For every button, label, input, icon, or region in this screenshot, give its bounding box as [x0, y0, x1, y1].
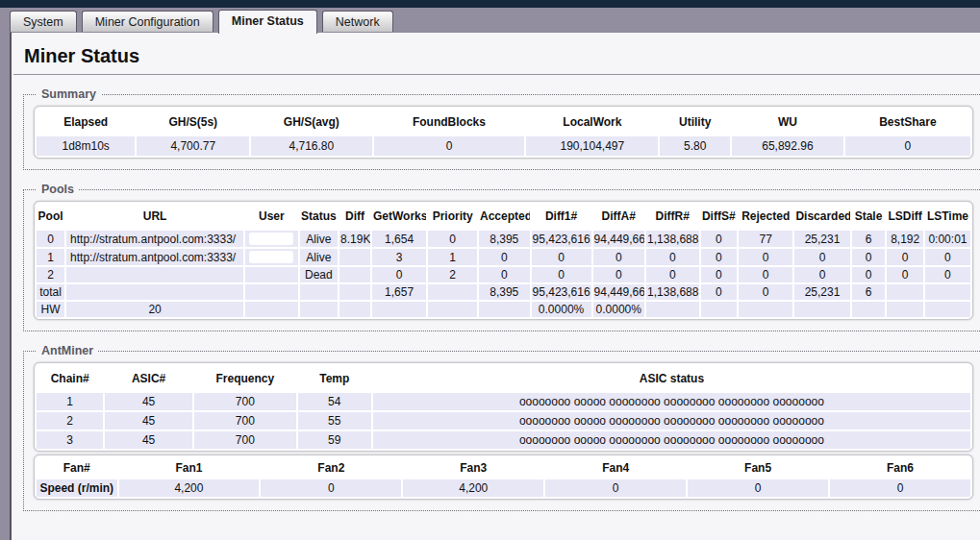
pool-lstime: 0:00:01 [925, 231, 970, 247]
pool-diffa: 0 [593, 267, 645, 282]
fan-speed: 0 [830, 479, 970, 497]
fans-table: Fan# Fan1 Fan2 Fan3 Fan4 Fan5 Fan6 Speed… [34, 454, 973, 500]
pool-diff1: 0 [532, 267, 591, 282]
fan-speed: 0 [545, 479, 686, 497]
column-header: Rejected [739, 204, 792, 229]
pool-diff1: 95,423,616 [532, 284, 591, 300]
column-header: ASIC# [105, 365, 192, 391]
column-header: LSDiff [887, 204, 923, 229]
pool-diff1: 0 [532, 249, 591, 265]
content-panel: Miner Status Summary Elapsed GH/S(5s) GH… [10, 32, 980, 540]
fans-header-row: Fan# Fan1 Fan2 Fan3 Fan4 Fan5 Fan6 [37, 457, 970, 478]
pool-lsdiff: 8,192 [887, 231, 923, 247]
pool-user [245, 302, 297, 317]
summary-legend: Summary [37, 87, 101, 101]
pool-getworks: 0 [372, 267, 426, 282]
column-header: Fan4 [545, 457, 686, 478]
pool-stale: 6 [852, 284, 886, 300]
antminer-legend: AntMiner [37, 344, 98, 357]
hw-error-rate: 0.0000% [532, 302, 591, 317]
column-header: Diff [339, 204, 370, 229]
pool-discarded: 25,231 [794, 284, 849, 300]
column-header: DiffS# [701, 204, 738, 229]
pool-discarded [794, 302, 849, 317]
pool-rejected: 0 [739, 267, 792, 282]
tab-network[interactable]: Network [322, 11, 393, 32]
pool-user [245, 267, 297, 282]
redacted-user-box [249, 251, 293, 263]
summary-table: Elapsed GH/S(5s) GH/S(avg) FoundBlocks L… [34, 106, 973, 159]
column-header: Fan2 [261, 457, 401, 478]
pool-id: total [37, 284, 64, 300]
column-header: Status [300, 204, 338, 229]
pool-getworks: 1,657 [372, 284, 426, 300]
page-title: Miner Status [24, 45, 980, 67]
column-header: Fan3 [403, 457, 543, 478]
pool-lsdiff: 0 [887, 249, 923, 265]
chain-asic-status: oooooooo ooooo oooooooo oooooooo ooooooo… [373, 412, 970, 430]
pool-diffr [646, 302, 698, 317]
pool-id: 1 [37, 249, 64, 265]
pool-priority [428, 302, 477, 317]
fan-speed-row: Speed (r/min) 4,200 0 4,200 0 0 0 [37, 479, 970, 497]
chain-row: 3 45 700 59 oooooooo ooooo oooooooo oooo… [37, 431, 970, 449]
pool-lstime: 0 [925, 267, 970, 282]
pool-priority [428, 284, 477, 300]
pool-diff [339, 302, 370, 317]
column-header: Diff1# [532, 204, 591, 229]
tab-miner-status[interactable]: Miner Status [218, 10, 317, 34]
fan-speed: 0 [688, 479, 828, 497]
summary-ghs-avg: 4,716.80 [251, 136, 371, 156]
redacted-user-box [249, 233, 293, 245]
column-header: LocalWork [526, 109, 658, 135]
column-header: GetWorks [372, 204, 426, 229]
chains-table: Chain# ASIC# Frequency Temp ASIC status … [34, 362, 973, 452]
pool-diff: 8.19K [339, 231, 370, 247]
pool-accepted: 0 [479, 267, 530, 282]
chain-row: 1 45 700 54 oooooooo ooooo oooooooo oooo… [37, 393, 970, 410]
pool-diffr: 1,138,688 [646, 231, 698, 247]
tab-system[interactable]: System [10, 11, 77, 32]
pool-lstime [925, 302, 970, 317]
pool-diffs: 0 [701, 231, 738, 247]
pool-stale: 0 [852, 249, 886, 265]
pool-row: 2 Dead 0 2 0 0 0 0 0 0 0 0 0 0 [37, 267, 970, 282]
pool-stale: 0 [852, 267, 886, 282]
pool-diff [339, 284, 370, 300]
column-header: Accepted [479, 204, 530, 229]
pool-getworks: 3 [372, 249, 426, 265]
column-header: Utility [660, 109, 730, 135]
chain-frequency: 700 [194, 431, 296, 449]
column-header: DiffA# [593, 204, 645, 229]
column-header: URL [66, 204, 243, 229]
pool-getworks: 1,654 [372, 231, 426, 247]
pool-stale [852, 302, 886, 317]
column-header: Fan5 [688, 457, 828, 478]
pool-diff [339, 249, 370, 265]
pool-diff1: 95,423,616 [532, 231, 591, 247]
pools-section: Pools Pool URL User Status Diff GetWorks… [23, 183, 980, 331]
column-header: Fan6 [830, 457, 970, 478]
summary-localwork: 190,104,497 [526, 136, 658, 156]
chain-frequency: 700 [194, 412, 296, 430]
pool-user [245, 231, 297, 247]
column-header: LSTime [925, 204, 970, 229]
chain-asic-count: 45 [105, 412, 192, 430]
pool-diffa: 0 [593, 249, 645, 265]
pool-lsdiff: 0 [887, 267, 923, 282]
chain-asic-status: oooooooo ooooo oooooooo oooooooo ooooooo… [373, 393, 970, 410]
pool-url: http://stratum.antpool.com:3333/ [66, 249, 243, 265]
pool-status [300, 284, 338, 300]
summary-foundblocks: 0 [374, 136, 525, 156]
pool-diffs: 0 [701, 267, 738, 282]
tab-miner-configuration[interactable]: Miner Configuration [82, 11, 214, 32]
pool-id: 0 [37, 231, 64, 247]
pool-total-row: total 1,657 8,395 95,423,616 94,449,664 … [37, 284, 970, 300]
pool-discarded: 0 [794, 249, 849, 265]
pool-diffa: 94,449,664 [593, 231, 645, 247]
summary-utility: 5.80 [660, 136, 730, 156]
antminer-section: AntMiner Chain# ASIC# Frequency Temp ASI… [23, 344, 980, 511]
chain-id: 1 [37, 393, 103, 410]
pool-rejected: 77 [739, 231, 792, 247]
summary-wu: 65,892.96 [732, 136, 843, 156]
